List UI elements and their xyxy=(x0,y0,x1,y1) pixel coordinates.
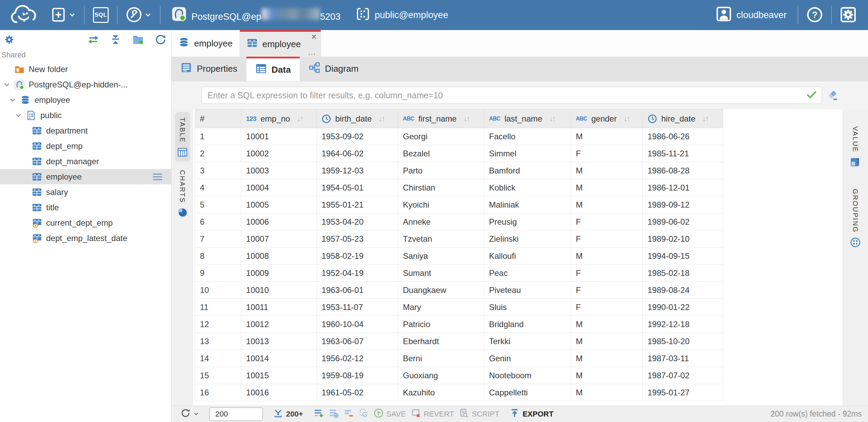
cell-last_name[interactable]: Koblick xyxy=(484,179,571,196)
cell-hire_date[interactable]: 1986-12-01 xyxy=(643,179,723,196)
cell-hire_date[interactable]: 1986-06-26 xyxy=(643,128,723,145)
tree-item-employee[interactable]: employee xyxy=(0,169,171,184)
cell-gender[interactable]: F xyxy=(571,230,643,248)
cell-emp_no[interactable]: 10005 xyxy=(241,196,317,213)
cell-emp_no[interactable]: 10016 xyxy=(241,384,317,401)
tab-employee-database[interactable]: employee xyxy=(172,30,240,57)
row-number-cell[interactable]: 16 xyxy=(195,384,241,401)
cell-last_name[interactable]: Genin xyxy=(484,350,571,367)
column-header-birth_date[interactable]: birth_date↓↑ xyxy=(317,110,398,128)
fetch-size-input[interactable] xyxy=(209,407,263,421)
cell-birth_date[interactable]: 1953-09-02 xyxy=(317,128,398,145)
cell-hire_date[interactable]: 1989-08-24 xyxy=(643,282,723,299)
cell-hire_date[interactable]: 1992-12-18 xyxy=(643,316,723,333)
cell-first_name[interactable]: Kazuhito xyxy=(398,384,484,401)
cell-hire_date[interactable]: 1989-09-12 xyxy=(643,196,723,213)
cell-birth_date[interactable]: 1959-12-03 xyxy=(317,162,398,179)
cell-birth_date[interactable]: 1960-10-04 xyxy=(317,316,398,333)
tree-item-current-dept-emp[interactable]: current_dept_emp xyxy=(0,215,171,230)
cell-gender[interactable]: M xyxy=(571,333,643,350)
cell-emp_no[interactable]: 10008 xyxy=(241,248,317,265)
row-menu-icon[interactable] xyxy=(152,173,163,181)
cell-birth_date[interactable]: 1964-06-02 xyxy=(317,145,398,162)
cell-last_name[interactable]: Zielinski xyxy=(484,230,571,248)
cell-last_name[interactable]: Facello xyxy=(484,128,571,145)
row-number-cell[interactable]: 8 xyxy=(195,248,241,265)
tab-charts-presentation[interactable]: CHARTS xyxy=(175,165,190,222)
chevron-down-icon[interactable] xyxy=(15,112,26,119)
connection-selector[interactable]: PostgreSQL@ep5203 xyxy=(164,0,348,30)
cell-birth_date[interactable]: 1963-06-01 xyxy=(317,282,398,299)
driver-manager-button[interactable] xyxy=(121,0,157,30)
cell-last_name[interactable]: Simmel xyxy=(484,145,571,162)
tree-item-dept-manager[interactable]: dept_manager xyxy=(0,154,171,169)
chevron-down-icon[interactable] xyxy=(9,97,20,103)
cell-first_name[interactable]: Sumant xyxy=(398,265,484,282)
cell-first_name[interactable]: Duangkaew xyxy=(398,282,484,299)
cell-hire_date[interactable]: 1990-01-22 xyxy=(643,299,723,316)
chevron-down-icon[interactable] xyxy=(3,81,14,88)
cell-emp_no[interactable]: 10014 xyxy=(241,350,317,367)
cell-emp_no[interactable]: 10015 xyxy=(241,367,317,384)
cell-gender[interactable]: F xyxy=(571,265,643,282)
tree-item-dept-emp-latest-date[interactable]: dept_emp_latest_date xyxy=(0,230,171,246)
cell-first_name[interactable]: Saniya xyxy=(398,248,484,265)
tab-properties[interactable]: Properties xyxy=(172,57,246,81)
cell-hire_date[interactable]: 1985-11-21 xyxy=(643,145,723,162)
close-tab-icon[interactable]: × xyxy=(311,32,317,42)
sort-icon[interactable]: ↓↑ xyxy=(549,114,555,123)
cell-last_name[interactable]: Nooteboom xyxy=(484,367,571,384)
cell-gender[interactable]: M xyxy=(571,384,643,401)
duplicate-row-button[interactable] xyxy=(328,408,339,420)
cell-gender[interactable]: F xyxy=(571,213,643,230)
cell-first_name[interactable]: Georgi xyxy=(398,128,484,145)
delete-row-button[interactable] xyxy=(343,408,354,420)
help-button[interactable]: ? xyxy=(802,0,828,30)
cell-last_name[interactable]: Terkki xyxy=(484,333,571,350)
column-header-first_name[interactable]: ABCfirst_name↓↑ xyxy=(398,110,484,128)
settings-button[interactable] xyxy=(835,0,861,30)
cell-hire_date[interactable]: 1985-02-18 xyxy=(643,265,723,282)
cell-first_name[interactable]: Tzvetan xyxy=(398,230,484,248)
cell-last_name[interactable]: Peac xyxy=(484,265,571,282)
user-menu[interactable]: cloudbeaver xyxy=(708,0,794,30)
column-header-row-number[interactable]: # xyxy=(195,110,241,128)
column-header-emp_no[interactable]: 123emp_no↓↑ xyxy=(241,110,317,128)
cell-hire_date[interactable]: 1994-09-15 xyxy=(643,248,723,265)
cell-first_name[interactable]: Kyoichi xyxy=(398,196,484,213)
apply-changes-button[interactable] xyxy=(358,408,369,420)
cell-hire_date[interactable]: 1989-02-10 xyxy=(643,230,723,248)
sort-icon[interactable]: ↓↑ xyxy=(297,114,303,123)
cell-gender[interactable]: F xyxy=(571,299,643,316)
filter-input[interactable]: Enter a SQL expression to filter results… xyxy=(202,87,822,104)
cell-birth_date[interactable]: 1958-02-19 xyxy=(317,248,398,265)
cell-gender[interactable]: M xyxy=(571,196,643,213)
export-button[interactable]: EXPORT xyxy=(510,408,553,420)
cell-gender[interactable]: M xyxy=(571,179,643,196)
tree-item-dept-emp[interactable]: dept_emp xyxy=(0,138,171,154)
cell-birth_date[interactable]: 1961-05-02 xyxy=(317,384,398,401)
row-number-cell[interactable]: 5 xyxy=(195,196,241,213)
sync-connection-button[interactable] xyxy=(87,34,99,46)
cell-birth_date[interactable]: 1959-08-19 xyxy=(317,367,398,384)
revert-button[interactable]: REVERT xyxy=(411,408,454,420)
row-number-cell[interactable]: 10 xyxy=(195,282,241,299)
cell-last_name[interactable]: Sluis xyxy=(484,299,571,316)
sort-icon[interactable]: ↓↑ xyxy=(624,114,629,123)
cell-hire_date[interactable]: 1985-10-20 xyxy=(643,333,723,350)
tree-item-public[interactable]: public xyxy=(0,108,171,123)
sidebar-settings-button[interactable] xyxy=(3,34,15,46)
row-number-cell[interactable]: 9 xyxy=(195,265,241,282)
cell-last_name[interactable]: Kalloufi xyxy=(484,248,571,265)
cell-first_name[interactable]: Eberhardt xyxy=(398,333,484,350)
tab-diagram[interactable]: Diagram xyxy=(300,57,367,81)
cell-first_name[interactable]: Anneke xyxy=(398,213,484,230)
sort-icon[interactable]: ↓↑ xyxy=(702,114,708,123)
cell-emp_no[interactable]: 10009 xyxy=(241,265,317,282)
row-number-cell[interactable]: 6 xyxy=(195,213,241,230)
tab-employee-table[interactable]: employee × … xyxy=(240,30,321,57)
cell-last_name[interactable]: Piveteau xyxy=(484,282,571,299)
collapse-all-button[interactable] xyxy=(110,34,121,46)
row-number-cell[interactable]: 14 xyxy=(195,350,241,367)
cell-birth_date[interactable]: 1957-05-23 xyxy=(317,230,398,248)
